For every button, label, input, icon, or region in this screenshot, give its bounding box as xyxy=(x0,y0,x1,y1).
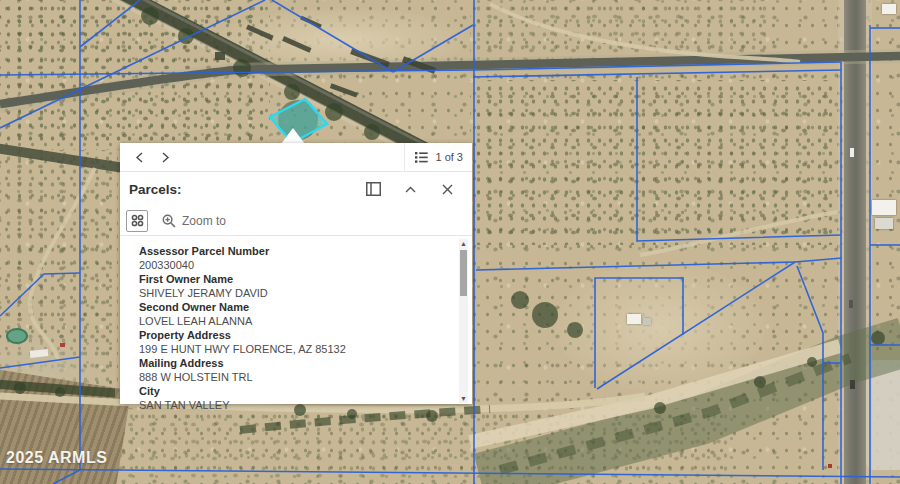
field-value: LOVEL LEAH ALANNA xyxy=(139,314,446,328)
field-label: Mailing Address xyxy=(139,356,446,370)
map-viewer: 1 of 3 Parcels: xyxy=(0,0,900,484)
collapse-icon[interactable] xyxy=(400,179,420,199)
zoom-to-icon xyxy=(162,214,176,228)
related-records-icon[interactable] xyxy=(126,210,148,232)
zoom-to-button[interactable]: Zoom to xyxy=(158,214,230,228)
popup-title: Parcels: xyxy=(129,182,363,197)
armls-watermark: 2025 ARMLS xyxy=(6,449,107,467)
field-first-owner: First Owner Name SHIVELY JERAMY DAVID xyxy=(139,272,446,300)
field-label: Assessor Parcel Number xyxy=(139,244,446,258)
field-mailing-address: Mailing Address 888 W HOLSTEIN TRL xyxy=(139,356,446,384)
field-value: SAN TAN VALLEY xyxy=(139,398,446,412)
field-city: City SAN TAN VALLEY xyxy=(139,384,446,412)
scrollbar-thumb[interactable] xyxy=(460,250,467,296)
popup-pager: 1 of 3 xyxy=(120,143,472,172)
field-value: SHIVELY JERAMY DAVID xyxy=(139,286,446,300)
field-apn: Assessor Parcel Number 200330040 xyxy=(139,244,446,272)
scroll-up-icon[interactable]: ▲ xyxy=(459,239,468,248)
popup-callout-pointer xyxy=(281,128,305,144)
field-value: 888 W HOLSTEIN TRL xyxy=(139,370,446,384)
popup-content[interactable]: Assessor Parcel Number 200330040 First O… xyxy=(120,236,472,414)
field-label: City xyxy=(139,384,446,398)
feature-list-icon[interactable] xyxy=(414,147,429,167)
popup-actions: Zoom to xyxy=(120,206,472,236)
field-value: 200330040 xyxy=(139,258,446,272)
field-second-owner: Second Owner Name LOVEL LEAH ALANNA xyxy=(139,300,446,328)
zoom-to-label: Zoom to xyxy=(182,214,226,228)
field-value: 199 E HUNT HWY FLORENCE, AZ 85132 xyxy=(139,342,446,356)
field-label: Second Owner Name xyxy=(139,300,446,314)
chevron-right-icon[interactable] xyxy=(155,147,175,167)
chevron-left-icon[interactable] xyxy=(129,147,149,167)
pager-count: 1 of 3 xyxy=(435,151,463,163)
parcel-popup: 1 of 3 Parcels: xyxy=(120,143,472,404)
close-icon[interactable] xyxy=(437,179,457,199)
field-property-address: Property Address 199 E HUNT HWY FLORENCE… xyxy=(139,328,446,356)
scrollbar[interactable]: ▲ ▼ xyxy=(459,239,468,403)
field-label: First Owner Name xyxy=(139,272,446,286)
popup-titlebar: Parcels: xyxy=(120,172,472,206)
scroll-down-icon[interactable]: ▼ xyxy=(459,394,468,403)
dock-icon[interactable] xyxy=(363,179,383,199)
field-label: Property Address xyxy=(139,328,446,342)
